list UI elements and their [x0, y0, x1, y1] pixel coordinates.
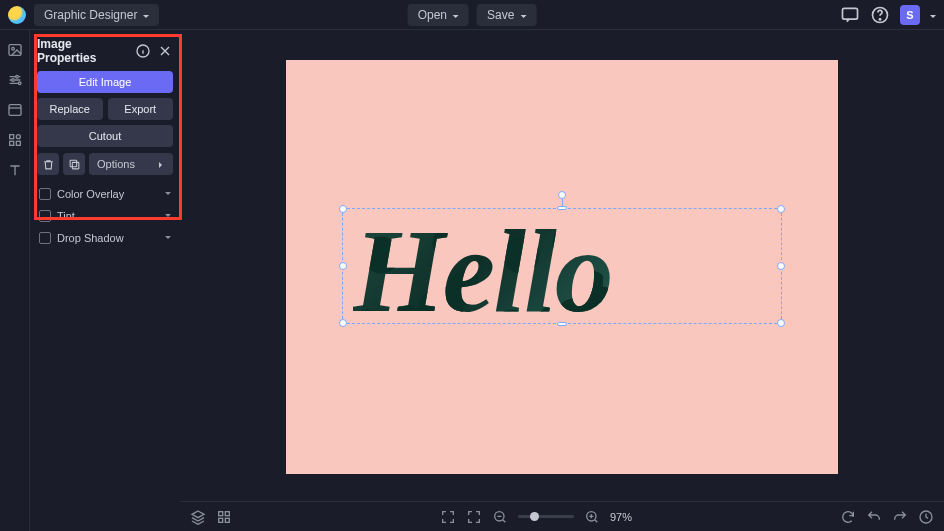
layers-icon[interactable] [190, 509, 206, 525]
selection-box[interactable]: Hello [342, 208, 782, 324]
options-menu[interactable]: Options [89, 153, 173, 175]
resize-handle-br[interactable] [777, 319, 785, 327]
bottom-bar: 97% [180, 501, 944, 531]
open-menu[interactable]: Open [408, 4, 469, 26]
options-label: Options [97, 158, 135, 170]
svg-rect-15 [70, 160, 77, 167]
tint-label: Tint [57, 210, 159, 222]
layout-tool-icon[interactable] [7, 102, 23, 118]
svg-rect-18 [219, 518, 223, 522]
fullscreen-icon[interactable] [466, 509, 482, 525]
svg-point-10 [16, 135, 20, 139]
svg-point-5 [15, 75, 18, 78]
duplicate-button[interactable] [63, 153, 85, 175]
top-bar: Graphic Designer Open Save S [0, 0, 944, 30]
chevron-down-icon [453, 8, 459, 22]
chevron-right-icon [159, 158, 165, 170]
color-overlay-label: Color Overlay [57, 188, 159, 200]
checkbox-icon [39, 188, 51, 200]
chevron-down-icon [520, 8, 526, 22]
fit-screen-icon[interactable] [440, 509, 456, 525]
edit-image-button[interactable]: Edit Image [37, 71, 173, 93]
replace-button[interactable]: Replace [37, 98, 103, 120]
checkbox-icon [39, 210, 51, 222]
zoom-slider[interactable] [518, 515, 574, 518]
color-overlay-toggle[interactable]: Color Overlay [37, 183, 173, 205]
svg-rect-0 [843, 8, 858, 19]
tint-toggle[interactable]: Tint [37, 205, 173, 227]
cutout-button[interactable]: Cutout [37, 125, 173, 147]
resize-handle-ml[interactable] [339, 262, 347, 270]
svg-rect-12 [16, 141, 20, 145]
shapes-tool-icon[interactable] [7, 132, 23, 148]
close-icon[interactable] [157, 43, 173, 59]
user-avatar[interactable]: S [900, 5, 920, 25]
resize-handle-mr[interactable] [777, 262, 785, 270]
hello-image-text[interactable]: Hello [353, 213, 771, 319]
resize-handle-bl[interactable] [339, 319, 347, 327]
panel-title: Image Properties [37, 37, 129, 65]
sync-icon[interactable] [840, 509, 856, 525]
chevron-down-icon[interactable] [930, 8, 936, 22]
resize-handle-tr[interactable] [777, 205, 785, 213]
save-label: Save [487, 8, 514, 22]
adjust-tool-icon[interactable] [7, 72, 23, 88]
history-icon[interactable] [918, 509, 934, 525]
text-tool-icon[interactable] [7, 162, 23, 178]
svg-rect-19 [225, 518, 229, 522]
info-icon[interactable] [135, 43, 151, 59]
zoom-out-icon[interactable] [492, 509, 508, 525]
mode-dropdown[interactable]: Graphic Designer [34, 4, 159, 26]
svg-rect-17 [225, 511, 229, 515]
resize-handle-tl[interactable] [339, 205, 347, 213]
image-tool-icon[interactable] [7, 42, 23, 58]
image-properties-panel: Image Properties Edit Image Replace Expo… [30, 30, 180, 259]
help-icon[interactable] [870, 5, 890, 25]
grid-icon[interactable] [216, 509, 232, 525]
avatar-initial: S [906, 9, 913, 21]
rotation-handle[interactable] [558, 191, 566, 199]
svg-rect-3 [9, 45, 21, 56]
chevron-down-icon [165, 187, 171, 201]
svg-point-6 [11, 79, 14, 82]
chevron-down-icon [165, 209, 171, 223]
svg-rect-11 [9, 141, 13, 145]
checkbox-icon [39, 232, 51, 244]
left-tool-rail [0, 30, 30, 531]
drop-shadow-label: Drop Shadow [57, 232, 159, 244]
redo-icon[interactable] [892, 509, 908, 525]
chevron-down-icon [143, 8, 149, 22]
undo-icon[interactable] [866, 509, 882, 525]
app-logo-icon [8, 6, 26, 24]
svg-point-2 [879, 18, 880, 19]
zoom-in-icon[interactable] [584, 509, 600, 525]
canvas-area[interactable]: Hello [180, 30, 944, 501]
zoom-value: 97% [610, 511, 632, 523]
svg-rect-16 [219, 511, 223, 515]
save-menu[interactable]: Save [477, 4, 536, 26]
delete-button[interactable] [37, 153, 59, 175]
drop-shadow-toggle[interactable]: Drop Shadow [37, 227, 173, 249]
mode-label: Graphic Designer [44, 8, 137, 22]
open-label: Open [418, 8, 447, 22]
svg-rect-14 [72, 162, 79, 169]
chevron-down-icon [165, 231, 171, 245]
artboard[interactable]: Hello [286, 60, 838, 474]
svg-point-7 [18, 82, 21, 85]
export-button[interactable]: Export [108, 98, 174, 120]
svg-rect-8 [9, 105, 21, 116]
svg-rect-9 [9, 135, 13, 139]
svg-point-4 [11, 47, 14, 50]
comments-icon[interactable] [840, 5, 860, 25]
